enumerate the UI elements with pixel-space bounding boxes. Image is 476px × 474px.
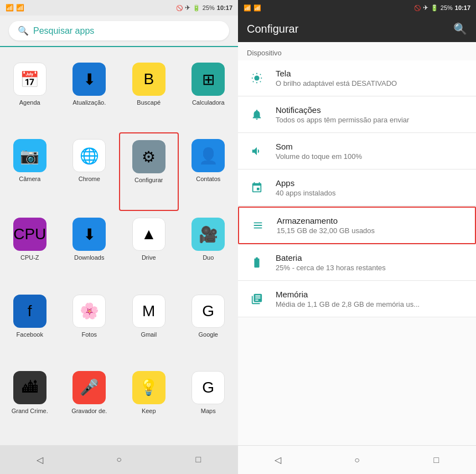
right-panel: 📶 📶 🚫 ✈ 🔋 25% 10:17 Configurar 🔍 Disposi… <box>238 0 476 474</box>
back-button[interactable]: ◁ <box>31 451 49 468</box>
app-item-cpuz[interactable]: CPUCPU-Z <box>0 211 60 287</box>
calculadora-icon: ⊞ <box>192 63 225 96</box>
bateria-icon <box>247 253 267 272</box>
header-search-icon[interactable]: 🔍 <box>453 22 467 35</box>
settings-item-bateria[interactable]: Bateria25% - cerca de 13 horas restantes <box>238 245 476 281</box>
settings-item-tela[interactable]: TelaO brilho adaptável está DESATIVADO <box>238 60 476 96</box>
grandcrime-icon: 🏙 <box>13 371 46 404</box>
header-title: Configurar <box>247 23 298 35</box>
duo-icon: 🎥 <box>192 218 225 251</box>
app-header: Configurar 🔍 <box>238 16 476 42</box>
buscape-label: Buscapé <box>137 99 161 106</box>
search-divider <box>0 46 238 47</box>
app-item-gmail[interactable]: MGmail <box>119 288 179 364</box>
section-label: Dispositivo <box>238 42 476 60</box>
notificacoes-title: Notificações <box>276 105 467 115</box>
som-title: Som <box>276 142 467 151</box>
settings-item-apps[interactable]: Apps40 apps instalados <box>238 170 476 206</box>
bateria-text: Bateria25% - cerca de 13 horas restantes <box>276 253 467 272</box>
settings-item-som[interactable]: SomVolume do toque em 100% <box>238 133 476 169</box>
drive-icon: ▲ <box>132 218 165 251</box>
svg-line-4 <box>260 81 261 82</box>
memoria-subtitle: Média de 1,1 GB de 2,8 GB de memória us.… <box>276 300 467 308</box>
signal-off-icon: 🚫 <box>176 5 183 11</box>
back-button-right[interactable]: ◁ <box>269 451 287 469</box>
gravador-icon: 🎤 <box>73 371 106 404</box>
airplane-icon: ✈ <box>185 4 190 12</box>
calculadora-label: Calculadora <box>192 99 225 106</box>
time-left: 10:17 <box>217 4 232 11</box>
app-item-buscape[interactable]: BBuscapé <box>119 56 179 132</box>
apps-text: Apps40 apps instalados <box>276 178 467 197</box>
settings-list: TelaO brilho adaptável está DESATIVADONo… <box>238 60 476 445</box>
search-icon: 🔍 <box>18 25 29 36</box>
app-item-camera[interactable]: 📷Câmera <box>0 132 60 211</box>
bottom-nav-right: ◁ ○ □ <box>238 445 476 474</box>
app-item-grandcrime[interactable]: 🏙Grand Crime. <box>0 364 60 441</box>
app-item-drive[interactable]: ▲Drive <box>119 211 179 287</box>
battery-percent-right: 25% <box>441 4 453 11</box>
camera-icon: 📷 <box>13 139 46 172</box>
configurar-label: Configurar <box>134 177 163 183</box>
app-item-gravador[interactable]: 🎤Gravador de. <box>60 364 120 441</box>
gmail-label: Gmail <box>141 331 157 338</box>
bottom-nav-left: ◁ ○ □ <box>0 445 238 474</box>
armazenamento-title: Armazenamento <box>277 216 466 225</box>
search-bar[interactable]: 🔍 Pesquisar apps <box>9 21 229 40</box>
app-item-keep[interactable]: 💡Keep <box>119 364 179 441</box>
cpuz-icon: CPU <box>13 218 46 251</box>
settings-item-memoria[interactable]: MemóriaMédia de 1,1 GB de 2,8 GB de memó… <box>238 281 476 317</box>
cpuz-label: CPU-Z <box>20 254 39 261</box>
time-right: 10:17 <box>455 4 470 11</box>
app-item-downloads[interactable]: ⬇Downloads <box>60 211 120 287</box>
app-item-maps[interactable]: GMaps <box>179 364 239 441</box>
memoria-title: Memória <box>276 290 467 299</box>
app-item-fotos[interactable]: 🌸Fotos <box>60 288 120 364</box>
bateria-title: Bateria <box>276 253 467 262</box>
duo-label: Duo <box>203 254 214 261</box>
home-button[interactable]: ○ <box>110 451 128 468</box>
settings-item-armazenamento[interactable]: Armazenamento15,15 GB de 32,00 GB usados <box>238 207 476 244</box>
recents-button[interactable]: □ <box>189 451 207 468</box>
sim2-icon-r: 📶 <box>253 4 261 12</box>
sim2-icon: 📶 <box>16 4 24 12</box>
tela-text: TelaO brilho adaptável está DESATIVADO <box>276 69 467 87</box>
right-status-right: 🚫 ✈ 🔋 25% 10:17 <box>414 4 470 12</box>
svg-line-7 <box>253 81 253 82</box>
svg-line-8 <box>260 74 261 75</box>
app-item-contatos[interactable]: 👤Contatos <box>179 132 239 211</box>
recents-button-right[interactable]: □ <box>427 451 445 469</box>
app-item-google[interactable]: GGoogle <box>179 288 239 364</box>
notificacoes-subtitle: Todos os apps têm permissão para enviar <box>276 116 467 124</box>
armazenamento-icon <box>248 215 268 235</box>
signal-off-icon-r: 🚫 <box>414 5 421 11</box>
app-item-chrome[interactable]: 🌐Chrome <box>60 132 120 211</box>
app-item-calculadora[interactable]: ⊞Calculadora <box>179 56 239 132</box>
sim-icon: 📶 <box>6 4 14 12</box>
armazenamento-text: Armazenamento15,15 GB de 32,00 GB usados <box>277 216 466 235</box>
keep-icon: 💡 <box>132 371 165 404</box>
keep-label: Keep <box>142 408 156 414</box>
atualizacao-icon: ⬇ <box>73 63 106 96</box>
notificacoes-icon <box>247 105 267 125</box>
app-item-duo[interactable]: 🎥Duo <box>179 211 239 287</box>
home-button-right[interactable]: ○ <box>348 451 366 469</box>
app-item-facebook[interactable]: fFacebook <box>0 288 60 364</box>
notificacoes-text: NotificaçõesTodos os apps têm permissão … <box>276 105 467 124</box>
bateria-subtitle: 25% - cerca de 13 horas restantes <box>276 264 467 272</box>
app-item-agenda[interactable]: 📅Agenda <box>0 56 60 132</box>
maps-icon: G <box>192 371 225 404</box>
atualizacao-label: Atualização. <box>73 99 106 106</box>
status-bar-left: 📶 📶 🚫 ✈ 🔋 25% 10:17 <box>0 0 238 16</box>
memoria-text: MemóriaMédia de 1,1 GB de 2,8 GB de memó… <box>276 290 467 308</box>
som-text: SomVolume do toque em 100% <box>276 142 467 161</box>
configurar-icon: ⚙ <box>132 140 165 173</box>
agenda-label: Agenda <box>19 99 40 106</box>
downloads-icon: ⬇ <box>73 218 106 251</box>
app-item-configurar[interactable]: ⚙Configurar <box>119 132 179 211</box>
google-icon: G <box>192 295 225 328</box>
svg-point-0 <box>254 75 259 80</box>
settings-item-notificacoes[interactable]: NotificaçõesTodos os apps têm permissão … <box>238 97 476 133</box>
app-item-atualizacao[interactable]: ⬇Atualização. <box>60 56 120 132</box>
app-grid: 📅Agenda⬇Atualização.BBuscapé⊞Calculadora… <box>0 51 238 445</box>
